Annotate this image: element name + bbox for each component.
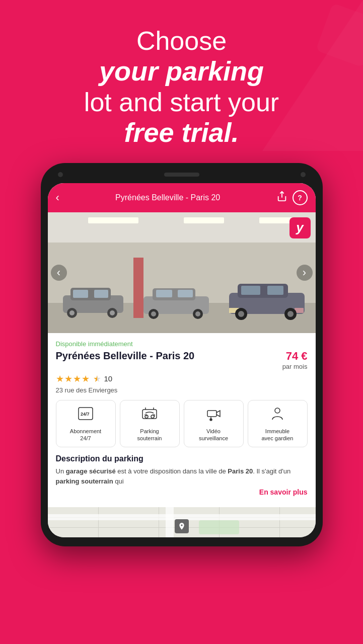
phone-screen: ‹ Pyrénées Belleville - Paris 20 ? <box>48 183 316 538</box>
svg-rect-31 <box>142 410 157 419</box>
header-actions: ? <box>276 190 308 205</box>
svg-point-18 <box>195 311 200 316</box>
description-text: Un garage sécurisé est à votre dispositi… <box>56 466 308 486</box>
carousel-next[interactable]: › <box>297 265 313 281</box>
feature-underground-label: Parkingsouterrain <box>137 428 162 442</box>
feature-underground-icon <box>141 406 158 425</box>
feature-247-icon: 24/7 <box>78 406 94 425</box>
back-button[interactable]: ‹ <box>56 191 59 204</box>
map-road-v <box>166 507 174 537</box>
map-preview[interactable] <box>48 507 316 537</box>
availability-badge: Disponible immédiatement <box>56 340 308 348</box>
feature-concierge: Immeubleavec gardien <box>248 400 308 448</box>
app-header: ‹ Pyrénées Belleville - Paris 20 ? <box>48 183 316 212</box>
screen-title: Pyrénées Belleville - Paris 20 <box>59 193 276 202</box>
svg-rect-22 <box>267 286 283 295</box>
speaker <box>164 173 199 177</box>
price-block: 74 € par mois <box>282 350 308 370</box>
svg-point-35 <box>210 419 212 421</box>
svg-rect-21 <box>241 286 260 295</box>
camera-dot <box>58 172 63 177</box>
phone-mockup: ‹ Pyrénées Belleville - Paris 20 ? <box>0 163 363 547</box>
feature-247-label: Abonnement24/7 <box>70 428 101 442</box>
map-park-area <box>199 520 239 534</box>
half-star-fill: ★ <box>93 373 97 384</box>
app-logo: y <box>289 217 311 238</box>
svg-point-37 <box>275 408 280 413</box>
parking-name: Pyrénées Belleville - Paris 20 <box>56 350 195 362</box>
hero-section: Choose your parking lot and start your f… <box>0 0 363 163</box>
svg-point-28 <box>287 311 294 317</box>
feature-surveillance-label: Vidéosurveillance <box>199 428 228 442</box>
svg-point-8 <box>69 310 75 315</box>
svg-rect-5 <box>73 290 88 298</box>
svg-point-16 <box>151 311 156 316</box>
feature-surveillance: Vidéosurveillance <box>184 400 244 448</box>
car-1 <box>58 283 128 318</box>
car-2 <box>138 282 214 320</box>
feature-surveillance-icon <box>205 406 222 425</box>
svg-point-10 <box>110 310 115 315</box>
phone-top-bar <box>48 172 316 183</box>
rating-stars: ★★★★ <box>56 373 90 384</box>
hero-line1: Choose <box>30 25 333 56</box>
map-grid-line-v <box>98 507 99 537</box>
price-period: par mois <box>282 363 308 370</box>
camera-dot-2 <box>301 172 306 177</box>
share-button[interactable] <box>276 191 287 204</box>
garage-light-2 <box>184 217 224 223</box>
description-title: Description du parking <box>56 454 308 463</box>
garage-light-1 <box>88 217 138 223</box>
car-3 <box>225 278 311 323</box>
svg-rect-34 <box>207 411 216 417</box>
garage-ceiling <box>48 212 316 243</box>
share-icon <box>276 191 287 202</box>
svg-text:24/7: 24/7 <box>81 412 90 417</box>
help-button[interactable]: ? <box>293 190 308 205</box>
feature-concierge-icon <box>269 406 285 425</box>
parking-info-section: Disponible immédiatement Pyrénées Bellev… <box>48 333 316 508</box>
map-grid-line-v <box>279 507 280 537</box>
svg-point-33 <box>151 415 154 418</box>
svg-point-26 <box>238 311 244 317</box>
feature-247: 24/7 Abonnement24/7 <box>56 400 116 448</box>
map-location-icon <box>175 519 189 533</box>
carousel-prev[interactable]: ‹ <box>51 265 67 281</box>
map-grid-line-v <box>159 507 159 537</box>
rating-count: 10 <box>104 374 113 383</box>
parking-image-carousel[interactable]: y ‹ › <box>48 212 316 333</box>
price-amount: 74 € <box>286 350 308 362</box>
read-more-button[interactable]: En savoir plus <box>56 488 308 496</box>
hero-line4: free trial. <box>30 118 333 147</box>
feature-underground: Parkingsouterrain <box>120 400 180 448</box>
hero-line2: your parking <box>30 56 333 86</box>
description-section: Description du parking Un garage sécuris… <box>56 454 308 500</box>
svg-rect-6 <box>94 290 108 298</box>
half-star-icon: ★ ★ <box>93 373 101 384</box>
svg-rect-14 <box>178 290 193 297</box>
phone-frame: ‹ Pyrénées Belleville - Paris 20 ? <box>41 163 323 547</box>
parking-title-row: Pyrénées Belleville - Paris 20 74 € par … <box>56 350 308 370</box>
parking-address: 23 rue des Envierges <box>56 386 308 394</box>
svg-rect-13 <box>156 290 172 297</box>
feature-concierge-label: Immeubleavec gardien <box>262 428 294 442</box>
rating-row: ★★★★ ★ ★ 10 <box>56 373 308 384</box>
features-row: 24/7 Abonnement24/7 <box>56 400 308 448</box>
hero-line3: lot and start your <box>30 87 333 118</box>
